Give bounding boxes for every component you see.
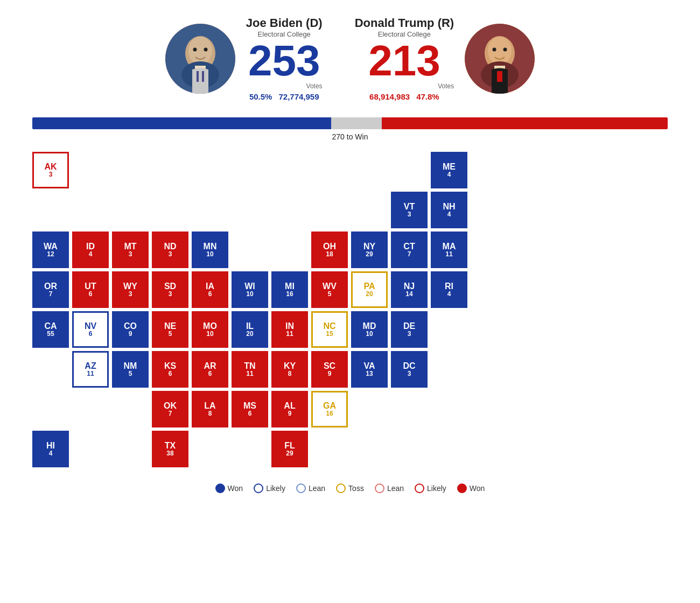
state-abbr: KS: [164, 361, 176, 371]
state-ev: 10: [246, 291, 253, 298]
empty-cell: [351, 192, 388, 228]
state-cell-ct[interactable]: CT7: [391, 232, 428, 268]
state-cell-me[interactable]: ME4: [431, 152, 467, 188]
state-cell-ks[interactable]: KS6: [152, 351, 188, 388]
state-cell-ny[interactable]: NY29: [351, 232, 388, 268]
state-ev: 15: [326, 331, 333, 338]
state-cell-wv[interactable]: WV5: [311, 271, 348, 308]
state-ev: 29: [286, 450, 293, 457]
state-cell-mo[interactable]: MO10: [192, 311, 228, 348]
svg-point-12: [493, 48, 496, 52]
map-row: WA12ID4MT3ND3MN10OH18NY29CT7MA11: [32, 232, 668, 268]
empty-cell: [271, 192, 308, 228]
legend-item-4: Lean: [375, 483, 404, 493]
state-cell-nj[interactable]: NJ14: [391, 271, 428, 308]
state-ev: 18: [326, 251, 333, 258]
empty-cell: [351, 431, 388, 467]
legend-label: Won: [470, 484, 485, 493]
svg-point-2: [188, 37, 212, 65]
state-abbr: NJ: [404, 282, 415, 291]
progress-bar: [32, 117, 668, 129]
empty-cell: [152, 152, 188, 188]
legend-item-6: Won: [457, 483, 485, 493]
state-cell-wa[interactable]: WA12: [32, 232, 69, 268]
state-cell-dc[interactable]: DC3: [391, 351, 428, 388]
state-cell-md[interactable]: MD10: [351, 311, 388, 348]
legend-item-5: Likely: [415, 483, 446, 493]
empty-cell: [271, 232, 308, 268]
state-cell-sd[interactable]: SD3: [152, 271, 188, 308]
legend-dot-light-red: [375, 483, 384, 493]
state-cell-va[interactable]: VA13: [351, 351, 388, 388]
state-ev: 11: [87, 370, 94, 377]
state-cell-ut[interactable]: UT6: [72, 271, 109, 308]
state-cell-wi[interactable]: WI10: [232, 271, 268, 308]
state-cell-tx[interactable]: TX38: [152, 431, 188, 467]
state-cell-az[interactable]: AZ11: [72, 351, 109, 388]
state-abbr: ME: [443, 162, 456, 172]
svg-point-13: [503, 48, 507, 52]
state-cell-mi[interactable]: MI16: [271, 271, 308, 308]
state-cell-wy[interactable]: WY3: [112, 271, 149, 308]
state-cell-or[interactable]: OR7: [32, 271, 69, 308]
legend-dot-outline-red: [415, 483, 424, 493]
state-cell-nv[interactable]: NV6: [72, 311, 109, 348]
state-cell-ak[interactable]: AK3: [32, 152, 69, 188]
state-cell-fl[interactable]: FL29: [271, 431, 308, 467]
state-ev: 3: [129, 291, 132, 298]
empty-cell: [232, 431, 268, 467]
state-cell-nh[interactable]: NH4: [431, 192, 467, 228]
empty-cell: [72, 391, 109, 427]
state-cell-ia[interactable]: IA6: [192, 271, 228, 308]
state-ev: 6: [169, 370, 172, 377]
state-cell-co[interactable]: CO9: [112, 311, 149, 348]
state-cell-il[interactable]: IL20: [232, 311, 268, 348]
state-abbr: GA: [323, 401, 336, 411]
state-cell-nm[interactable]: NM5: [112, 351, 149, 388]
state-abbr: WV: [323, 282, 337, 291]
legend-dot-toss: [336, 483, 346, 493]
state-cell-mn[interactable]: MN10: [192, 232, 228, 268]
empty-cell: [72, 192, 109, 228]
state-cell-ga[interactable]: GA16: [311, 391, 348, 427]
state-cell-ky[interactable]: KY8: [271, 351, 308, 388]
state-cell-ma[interactable]: MA11: [431, 232, 467, 268]
state-cell-nd[interactable]: ND3: [152, 232, 188, 268]
state-cell-vt[interactable]: VT3: [391, 192, 428, 228]
map-row: OR7UT6WY3SD3IA6WI10MI16WV5PA20NJ14RI4: [32, 271, 668, 308]
state-cell-ok[interactable]: OK7: [152, 391, 188, 427]
state-cell-ri[interactable]: RI4: [431, 271, 467, 308]
empty-cell: [112, 192, 149, 228]
state-cell-ms[interactable]: MS6: [232, 391, 268, 427]
legend-label: Lean: [387, 484, 404, 493]
state-abbr: KY: [284, 361, 296, 371]
state-cell-oh[interactable]: OH18: [311, 232, 348, 268]
empty-cell: [391, 152, 428, 188]
state-abbr: IL: [246, 321, 254, 331]
legend-item-0: Won: [215, 483, 243, 493]
state-abbr: MA: [443, 242, 456, 251]
state-abbr: MS: [243, 401, 256, 411]
state-cell-nc[interactable]: NC15: [311, 311, 348, 348]
state-cell-in[interactable]: IN11: [271, 311, 308, 348]
state-cell-la[interactable]: LA8: [192, 391, 228, 427]
svg-rect-16: [497, 71, 502, 82]
state-cell-al[interactable]: AL9: [271, 391, 308, 427]
trump-pct: 47.8%: [416, 92, 439, 101]
progress-container: 270 to Win: [0, 117, 700, 141]
state-ev: 6: [89, 291, 93, 298]
state-cell-tn[interactable]: TN11: [232, 351, 268, 388]
state-cell-de[interactable]: DE3: [391, 311, 428, 348]
state-abbr: AZ: [85, 361, 96, 371]
empty-cell: [311, 152, 348, 188]
state-cell-mt[interactable]: MT3: [112, 232, 149, 268]
state-cell-pa[interactable]: PA20: [351, 271, 388, 308]
state-cell-hi[interactable]: HI4: [32, 431, 69, 467]
state-cell-id[interactable]: ID4: [72, 232, 109, 268]
state-cell-ca[interactable]: CA55: [32, 311, 69, 348]
state-abbr: DC: [403, 361, 415, 371]
state-cell-ne[interactable]: NE5: [152, 311, 188, 348]
state-cell-sc[interactable]: SC9: [311, 351, 348, 388]
empty-cell: [192, 192, 228, 228]
state-cell-ar[interactable]: AR6: [192, 351, 228, 388]
